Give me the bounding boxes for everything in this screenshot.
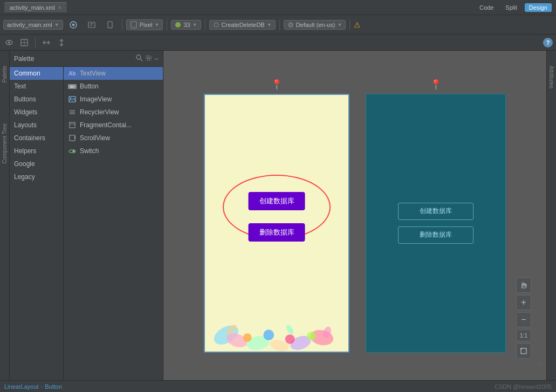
content-area: Palette Component Tree Palette − Common xyxy=(0,51,556,380)
refactor-icon xyxy=(69,20,78,29)
zoom-ratio-display[interactable]: 1:1 xyxy=(516,329,531,341)
svg-rect-48 xyxy=(521,348,526,354)
status-bar: LinearLayout › Button CSDN @howard2005 xyxy=(0,380,556,392)
zoom-in-button[interactable]: + xyxy=(516,295,531,310)
refactor-button[interactable] xyxy=(65,19,81,31)
palette-settings-button[interactable] xyxy=(145,54,152,63)
second-toolbar-sep xyxy=(35,37,36,48)
palette-sidebar-tab[interactable]: Palette xyxy=(1,61,9,87)
category-layouts[interactable]: Layouts xyxy=(10,119,63,132)
palette-item-recyclerview[interactable]: RecyclerView xyxy=(64,106,163,119)
scrollview-icon xyxy=(68,134,77,142)
project-icon xyxy=(213,22,219,28)
breadcrumb-separator: › xyxy=(41,383,43,390)
palette-items: Ab TextView btn Button ImageView xyxy=(64,67,163,380)
horizontal-arrows-button[interactable] xyxy=(40,37,52,49)
blueprint-phone-screen: 创建数据库 删除数据库 xyxy=(366,94,506,353)
palette-item-scrollview[interactable]: ScrollView xyxy=(64,132,163,145)
palette-item-imageview[interactable]: ImageView xyxy=(64,93,163,106)
category-widgets[interactable]: Widgets xyxy=(10,106,63,119)
help-button[interactable]: ? xyxy=(543,38,553,47)
blueprint-toggle-button[interactable] xyxy=(18,37,30,49)
api-icon xyxy=(175,22,181,28)
palette-actions: − xyxy=(136,54,159,63)
attributes-sidebar-tab[interactable]: Attributes xyxy=(547,61,555,93)
orientation-button[interactable] xyxy=(102,19,118,31)
palette-item-textview[interactable]: Ab TextView xyxy=(64,67,163,80)
code-button[interactable]: Code xyxy=(475,3,498,12)
floral-decoration xyxy=(205,260,348,352)
fragmentcontainer-icon xyxy=(68,121,77,129)
design-button[interactable]: Design xyxy=(525,3,552,12)
button-icon: btn xyxy=(68,82,77,91)
locale-dropdown[interactable]: Default (en-us) ▼ xyxy=(284,20,346,30)
svg-rect-1 xyxy=(88,22,95,27)
horizontal-arrows-icon xyxy=(42,38,51,47)
toolbar-sep-4 xyxy=(279,19,280,30)
warning-icon[interactable]: ⚠ xyxy=(354,20,361,29)
imageview-label: ImageView xyxy=(80,95,112,103)
resize-handle[interactable]: ⤡ xyxy=(537,361,542,368)
svg-point-14 xyxy=(8,42,10,44)
minus-icon: − xyxy=(521,315,526,325)
palette-item-switch[interactable]: Switch xyxy=(64,145,163,157)
switch-label: Switch xyxy=(80,147,99,155)
visibility-toggle-button[interactable] xyxy=(3,37,15,49)
device-dropdown[interactable]: Pixel ▼ xyxy=(126,19,163,30)
hand-tool-button[interactable] xyxy=(516,278,531,293)
svg-point-43 xyxy=(285,334,295,344)
category-text[interactable]: Text xyxy=(10,80,63,93)
create-db-button-design[interactable]: 创建数据库 xyxy=(249,192,305,210)
category-buttons[interactable]: Buttons xyxy=(10,93,63,106)
warning-panel-button[interactable] xyxy=(84,19,100,31)
palette-header: Palette − xyxy=(10,51,163,67)
file-dropdown[interactable]: activity_main.xml ▼ xyxy=(3,20,63,30)
delete-db-button-blueprint[interactable]: 删除数据库 xyxy=(398,226,473,244)
palette-close-button[interactable]: − xyxy=(154,54,159,63)
tab-close-icon[interactable]: × xyxy=(58,5,61,11)
svg-point-34 xyxy=(73,150,75,153)
api-dropdown[interactable]: 33 ▼ xyxy=(171,20,201,30)
palette-search-button[interactable] xyxy=(136,54,143,63)
category-legacy[interactable]: Legacy xyxy=(10,170,63,183)
blueprint-view-phone: 📍 创建数据库 删除数据库 xyxy=(366,79,506,353)
zoom-out-button[interactable]: − xyxy=(516,312,531,327)
breadcrumb-button[interactable]: Button xyxy=(45,383,62,390)
category-common[interactable]: Common xyxy=(10,67,63,80)
palette-item-fragmentcontainer[interactable]: FragmentContai... xyxy=(64,119,163,132)
create-db-button-blueprint[interactable]: 创建数据库 xyxy=(398,203,473,220)
palette-content: Common Text Buttons Widgets Layouts Cont… xyxy=(10,67,163,380)
device-label: Pixel xyxy=(140,22,153,28)
breadcrumb: LinearLayout › Button xyxy=(4,383,62,390)
category-google[interactable]: Google xyxy=(10,157,63,170)
svg-point-23 xyxy=(146,55,151,60)
project-dropdown[interactable]: CreateDeleteDB ▼ xyxy=(209,20,276,30)
switch-icon xyxy=(68,147,77,155)
toolbar-sep-5 xyxy=(349,19,350,30)
fit-screen-button[interactable] xyxy=(516,343,531,359)
category-containers[interactable]: Containers xyxy=(10,132,63,145)
breadcrumb-linearlayout[interactable]: LinearLayout xyxy=(4,383,39,390)
svg-point-46 xyxy=(285,324,294,335)
toolbar-sep-2 xyxy=(167,19,167,30)
warning-panel-icon xyxy=(87,20,96,29)
zoom-controls: + − 1:1 xyxy=(516,278,531,359)
blueprint-icon xyxy=(20,38,29,47)
eye-icon xyxy=(5,38,13,47)
device-icon xyxy=(130,21,138,29)
category-helpers[interactable]: Helpers xyxy=(10,145,63,157)
component-tree-sidebar-tab[interactable]: Component Tree xyxy=(1,119,9,168)
svg-point-8 xyxy=(175,22,181,27)
split-button[interactable]: Split xyxy=(501,3,521,12)
file-tab[interactable]: activity_main.xml × xyxy=(4,2,67,12)
scrollview-label: ScrollView xyxy=(80,134,110,142)
svg-point-41 xyxy=(243,333,252,342)
svg-point-22 xyxy=(147,57,149,59)
designer-area: 📍 创建数据库 删除数据库 xyxy=(163,51,546,380)
delete-db-button-design[interactable]: 删除数据库 xyxy=(249,223,305,242)
palette-item-button[interactable]: btn Button xyxy=(64,80,163,93)
right-sidebar: Attributes xyxy=(546,51,556,380)
blueprint-pin-top: 📍 xyxy=(366,79,506,91)
vertical-arrows-button[interactable] xyxy=(56,37,67,49)
svg-point-9 xyxy=(214,23,218,27)
